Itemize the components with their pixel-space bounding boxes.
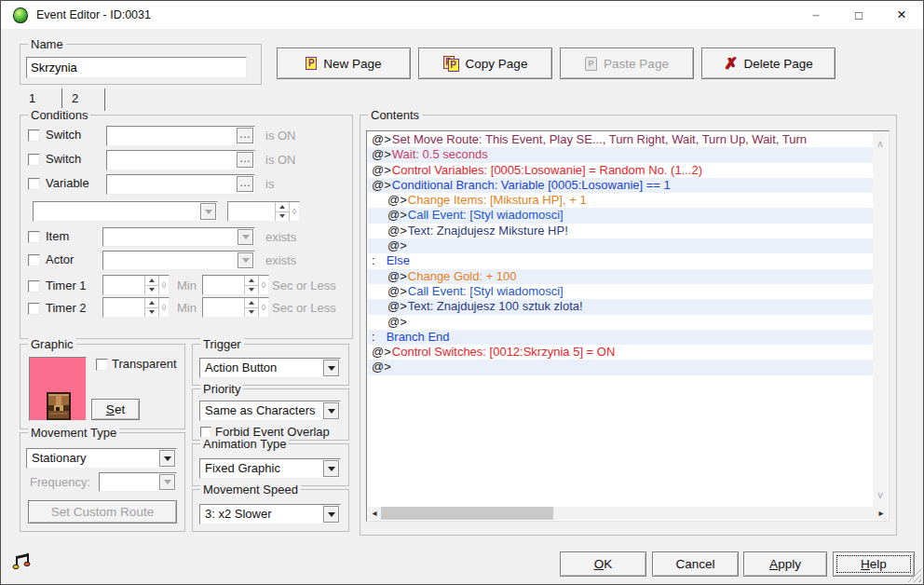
delete-page-button[interactable]: ✗ Delete Page [701,48,836,79]
contents-group-label: Contents [368,108,422,122]
scroll-up-icon[interactable]: ∧ [873,138,888,150]
movement-type-group: Movement Type Stationary Frequency: Set … [20,432,185,532]
timer2-min-label: Min [177,301,197,315]
item-dropdown [102,227,255,247]
new-page-button[interactable]: P New Page [277,48,411,79]
event-command-row[interactable]: :Else [368,253,874,268]
spin-down-icon [149,310,155,314]
help-button[interactable]: Help [833,551,915,577]
vertical-scrollbar[interactable]: ∧ ∨ [873,132,888,507]
conditions-group-label: Conditions [28,108,90,122]
actor-checkbox[interactable] [28,254,40,266]
switch1-label: Switch [46,128,81,142]
event-command-row[interactable]: @>Control Switches: [0012:Skrzynia 5] = … [368,345,874,360]
cancel-button[interactable]: Cancel [652,551,739,577]
command-prefix: @> [387,299,407,313]
horizontal-scrollbar[interactable]: ◂ ▸ [368,507,888,520]
event-command-row[interactable]: @>Call Event: [Styl wiadomosci] [368,208,874,223]
title-bar: Event Editor - ID:0031 – □ × [1,1,923,29]
movement-speed-dropdown[interactable]: 3: x2 Slower [199,504,341,524]
close-button[interactable]: × [880,1,923,29]
switch1-suffix: is ON [265,129,296,143]
event-name-input[interactable] [26,57,247,78]
paste-page-button: P Paste Page [560,48,694,79]
graphic-preview[interactable] [29,357,87,421]
scroll-down-icon[interactable]: ∨ [873,489,888,501]
event-command-row[interactable]: @>Set Move Route: This Event, Play SE...… [368,132,874,147]
variable-value-spinner: ◊ [227,201,300,222]
copy-page-button[interactable]: P P Copy Page [418,48,552,79]
spin-up-icon [149,301,155,305]
command-text: Control Switches: [0012:Skrzynia 5] = ON [392,345,616,359]
treasure-chest-sprite [43,388,75,422]
animation-type-group: Animation Type Fixed Graphic [192,443,349,486]
horizontal-scroll-thumb[interactable] [381,507,553,520]
spin-alt-icon: ◊ [289,202,299,221]
command-text: Text: Znajdujesz 100 sztuk zlota! [408,299,583,313]
movement-type-group-label: Movement Type [28,426,119,440]
event-command-row[interactable]: :Branch End [368,330,874,345]
contents-group: Contents @>Set Move Route: This Event, P… [360,115,897,536]
timer2-sec-label: Sec or Less [272,301,336,315]
command-text: Conditional Branch: Variable [0005:Losow… [392,178,671,192]
event-command-row[interactable]: @> [368,238,874,253]
ok-button[interactable]: OK [560,551,646,577]
maximize-button[interactable]: □ [837,1,880,29]
scroll-left-icon[interactable]: ◂ [368,507,381,520]
timer2-sec-spinner: ◊ [202,297,269,318]
chevron-down-icon [205,210,212,214]
chevron-down-icon [164,480,171,484]
trigger-group-label: Trigger [200,337,244,351]
event-command-row[interactable]: @>Conditional Branch: Variable [0005:Los… [368,178,874,193]
timer2-checkbox[interactable] [28,303,40,315]
event-command-row[interactable]: @>Text: Znajdujesz 100 sztuk zlota! [368,299,874,314]
apply-label: Apply [769,557,801,571]
animation-type-dropdown[interactable]: Fixed Graphic [199,458,341,479]
event-commands-list[interactable]: @>Set Move Route: This Event, Play SE...… [366,130,890,522]
timer1-sec-spinner: ◊ [202,275,269,295]
name-group-label: Name [28,37,66,51]
event-command-row[interactable]: @> [368,315,874,330]
event-command-row[interactable]: @>Change Items: [Mikstura HP], + 1 [368,193,874,208]
movement-speed-value: 3: x2 Slower [200,505,340,521]
delete-page-label: Delete Page [743,57,812,71]
spin-alt-icon: ◊ [258,298,268,317]
trigger-dropdown[interactable]: Action Button [199,358,341,378]
graphic-set-label: Set [106,402,125,416]
event-command-row[interactable]: @>Text: Znajdujesz Miksture HP! [368,224,874,238]
command-prefix: @> [387,224,407,238]
item-checkbox[interactable] [28,231,40,243]
graphic-set-button[interactable]: Set [91,399,140,420]
timer1-min-spinner: ◊ [102,275,170,295]
paste-page-label: Paste Page [604,57,669,71]
conditions-group: Conditions Switch … is ON Switch … is ON… [20,115,353,339]
minimize-button[interactable]: – [795,1,837,29]
movement-type-dropdown[interactable]: Stationary [26,448,177,469]
switch2-field [106,150,255,170]
switch2-label: Switch [46,152,81,166]
music-note-icon [12,551,33,572]
variable-checkbox[interactable] [28,178,40,190]
apply-button[interactable]: Apply [743,551,827,577]
event-command-row[interactable]: @>Wait: 0.5 seconds [368,147,874,162]
command-prefix: @> [372,132,391,146]
event-editor-window: Event Editor - ID:0031 – □ × Name P New … [0,0,924,585]
transparent-checkbox[interactable] [96,359,108,371]
command-text: Set Move Route: This Event, Play SE..., … [392,132,807,146]
switch2-checkbox[interactable] [28,154,40,166]
timer1-checkbox[interactable] [28,280,40,292]
switch1-checkbox[interactable] [28,129,40,142]
event-command-row[interactable]: @> [368,360,874,374]
frequency-label: Frequency: [30,475,90,489]
spin-up-icon [149,279,155,282]
scroll-right-icon[interactable]: ▸ [875,507,888,520]
switch1-picker-icon: … [237,128,253,143]
event-command-row[interactable]: @>Change Gold: + 100 [368,269,874,284]
event-command-row[interactable]: @>Control Variables: [0005:Losowanie] = … [368,163,874,178]
event-command-row[interactable]: @>Call Event: [Styl wiadomosci] [368,284,874,299]
priority-dropdown[interactable]: Same as Characters [199,401,341,421]
paste-page-icon: P [585,57,597,71]
delete-page-icon: ✗ [724,56,737,72]
graphic-group: Graphic Transparent Set [20,344,185,429]
command-prefix: : [372,253,375,267]
